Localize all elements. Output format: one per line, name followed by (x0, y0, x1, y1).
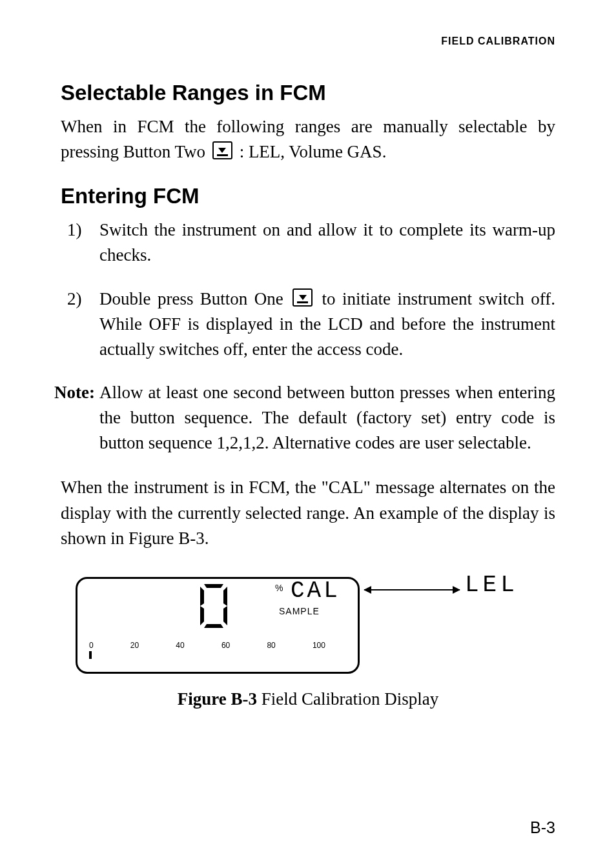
percent-symbol: % (275, 583, 283, 593)
ranges-text-post: : LEL, Volume GAS. (240, 142, 387, 161)
figure-b3: % CAL SAMPLE 0 20 40 60 80 100 LEL (76, 577, 540, 674)
note-text: Allow at least one second between button… (99, 383, 555, 452)
lcd-scale-bar (89, 651, 325, 659)
scale-tick-label: 0 (89, 641, 94, 650)
step-2-text-pre: Double press Button One (99, 289, 290, 308)
scale-tick-label: 40 (176, 641, 184, 650)
step-2: 2) Double press Button One to initiate i… (61, 287, 555, 362)
scale-tick-label: 20 (130, 641, 139, 650)
figure-label: Figure B-3 (178, 689, 257, 709)
page-number: B-3 (530, 818, 555, 837)
svg-marker-4 (223, 587, 227, 606)
svg-marker-3 (200, 606, 204, 625)
paragraph-after-note: When the instrument is in FCM, the "CAL"… (61, 475, 555, 550)
scale-tick-label: 60 (221, 641, 230, 650)
step-1-number: 1) (67, 217, 82, 243)
paragraph-ranges: When in FCM the following ranges are man… (61, 114, 555, 165)
scale-tick-label: 80 (267, 641, 275, 650)
double-arrow-icon: LEL (364, 582, 518, 598)
heading-entering-fcm: Entering FCM (61, 184, 555, 208)
step-1-text: Switch the instrument on and allow it to… (99, 220, 555, 265)
note-label: Note: (54, 380, 98, 405)
button-one-icon (293, 288, 313, 307)
lcd-scale-numbers: 0 20 40 60 80 100 (89, 641, 325, 650)
svg-marker-0 (204, 584, 223, 588)
lcd-scale: 0 20 40 60 80 100 (89, 641, 325, 667)
step-2-number: 2) (67, 287, 82, 312)
running-head: FIELD CALIBRATION (61, 35, 555, 47)
figure-caption: Figure B-3 Field Calibration Display (61, 689, 555, 709)
lcd-lel-text: LEL (465, 572, 518, 598)
step-1: 1) Switch the instrument on and allow it… (61, 217, 555, 268)
figure-caption-text: Field Calibration Display (257, 689, 438, 709)
heading-selectable-ranges: Selectable Ranges in FCM (61, 81, 555, 105)
page: FIELD CALIBRATION Selectable Ranges in F… (0, 0, 616, 868)
note-block: Note: Allow at least one second between … (61, 380, 555, 456)
svg-marker-5 (223, 606, 227, 625)
seven-segment-zero (200, 584, 227, 628)
lcd-frame: % CAL SAMPLE 0 20 40 60 80 100 (76, 577, 360, 674)
steps-list: 1) Switch the instrument on and allow it… (61, 217, 555, 362)
scale-tick-label: 100 (313, 641, 325, 650)
button-two-icon (212, 141, 232, 159)
lcd-cal-text: CAL (291, 578, 340, 604)
lcd-sample-text: SAMPLE (279, 606, 320, 616)
svg-marker-1 (204, 624, 223, 628)
svg-marker-2 (200, 587, 204, 606)
